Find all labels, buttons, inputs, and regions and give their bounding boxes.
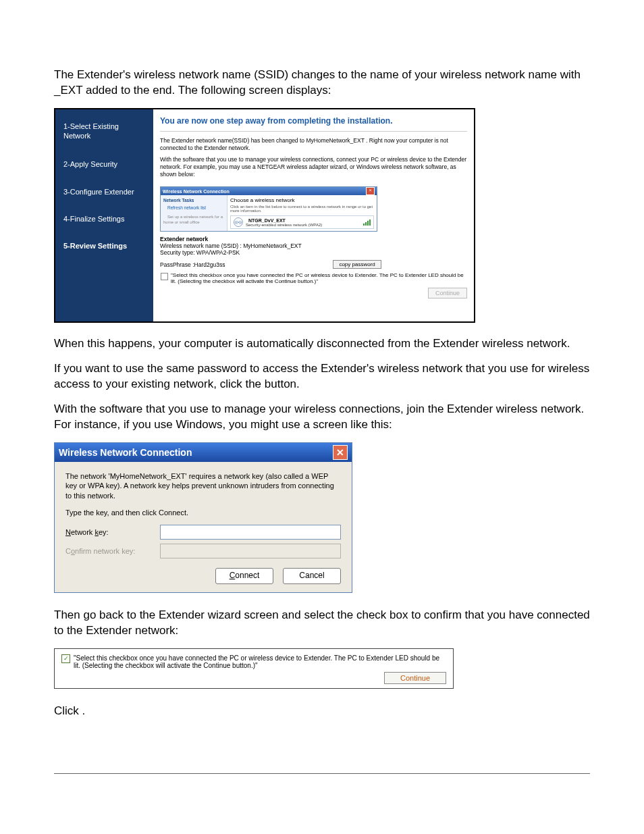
wireless-key-dialog: Wireless Network Connection ✕ The networ… <box>54 442 352 593</box>
confirm-checkbox-row[interactable]: "Select this checkbox once you have conn… <box>160 271 467 285</box>
continue-button[interactable]: Continue <box>384 672 446 684</box>
network-key-label: Network key: <box>65 528 160 536</box>
divider <box>160 131 467 132</box>
confirm-checkbox-row[interactable]: ✓ "Select this checkbox once you have co… <box>61 654 446 669</box>
wizard-headline: You are now one step away from completin… <box>160 116 467 126</box>
confirm-key-label: Confirm network key: <box>65 547 160 555</box>
close-icon[interactable]: ✕ <box>333 445 348 460</box>
wnc-sidebar: Network Tasks Refresh network list Set u… <box>161 195 227 231</box>
step-3: 3-Configure Extender <box>63 187 148 197</box>
continue-button-disabled: Continue <box>428 288 467 298</box>
step-1: 1-Select Existing Network <box>63 122 148 141</box>
copy-password-button[interactable]: copy password <box>333 260 381 269</box>
intro-paragraph: The Extender's wireless network name (SS… <box>54 68 590 99</box>
step-5-selected: 5-Review Settings <box>63 241 148 251</box>
refresh-network-list-link[interactable]: Refresh network list <box>167 205 224 210</box>
passphrase-label: PassPhrase :Hard2gu3ss <box>160 261 225 268</box>
wizard-screenshot: 1-Select Existing Network 2-Apply Securi… <box>54 108 475 323</box>
setup-network-link[interactable]: Set up a wireless network for a home or … <box>163 215 223 224</box>
wnc-main: Choose a wireless network Click an item … <box>227 195 377 231</box>
confirm-key-input-disabled <box>160 544 341 558</box>
wizard-paragraph-2: With the software that you use to manage… <box>160 156 467 178</box>
network-security: Security-enabled wireless network (WPA2) <box>246 223 363 227</box>
connect-button[interactable]: Connect <box>215 568 273 584</box>
extender-network-heading: Extender network <box>160 236 208 242</box>
extender-network-block: Extender network Wireless network name (… <box>160 236 467 256</box>
page-footer-rule <box>54 773 590 774</box>
confirm-checkbox-screenshot: ✓ "Select this checkbox once you have co… <box>54 648 454 689</box>
step-2: 2-Apply Security <box>63 159 148 169</box>
wifi-icon: ((•)) <box>234 217 243 227</box>
final-line: Click . <box>54 704 590 719</box>
confirm-checkbox-label: "Select this checkbox once you have conn… <box>74 654 446 669</box>
wnc-main-heading: Choose a wireless network <box>230 197 374 203</box>
mid-paragraph-1: When this happens, your computer is auto… <box>54 336 590 352</box>
wizard-steps-sidebar: 1-Select Existing Network 2-Apply Securi… <box>55 109 153 321</box>
dialog-title: Wireless Network Connection <box>59 447 192 458</box>
confirm-checkbox-checked[interactable]: ✓ <box>61 654 70 663</box>
after-paragraph: Then go back to the Extender wizard scre… <box>54 608 590 639</box>
close-icon[interactable]: × <box>366 187 375 195</box>
step-4: 4-Finalize Settings <box>63 214 148 224</box>
network-key-input[interactable] <box>160 525 341 540</box>
network-key-row: Network key: <box>65 525 341 540</box>
wnc-side-heading: Network Tasks <box>163 198 224 203</box>
mid-paragraph-2: If you want to use the same password to … <box>54 361 590 392</box>
confirm-checkbox-unchecked[interactable] <box>161 273 168 280</box>
confirm-checkbox-label: "Select this checkbox once you have conn… <box>171 272 466 284</box>
extender-ssid: Wireless network name (SSID) : MyHomeNet… <box>160 242 302 249</box>
signal-bars-icon <box>363 219 371 226</box>
wnc-main-sub: Click an item in the list below to conne… <box>230 205 374 213</box>
dialog-text: The network 'MyHomeNetwork_EXT' requires… <box>65 471 341 502</box>
mid-paragraph-3: With the software that you use to manage… <box>54 402 590 433</box>
network-item[interactable]: ((•)) NTGR_DvV_EXT Security-enabled wire… <box>230 215 374 229</box>
wnc-title: Wireless Network Connection <box>163 189 230 194</box>
extender-security-type: Security type: WPA/WPA2-PSK <box>160 249 240 256</box>
confirm-key-row: Confirm network key: <box>65 544 341 558</box>
wnc-inset: Wireless Network Connection × Network Ta… <box>160 186 377 232</box>
dialog-instruction: Type the key, and then click Connect. <box>65 508 341 518</box>
wnc-titlebar: Wireless Network Connection × <box>161 187 377 195</box>
wizard-main-panel: You are now one step away from completin… <box>153 109 474 321</box>
network-name: NTGR_DvV_EXT <box>248 218 286 223</box>
dialog-titlebar: Wireless Network Connection ✕ <box>55 443 352 462</box>
wizard-paragraph-1: The Extender network name(SSID) has been… <box>160 137 467 152</box>
cancel-button[interactable]: Cancel <box>283 568 341 584</box>
